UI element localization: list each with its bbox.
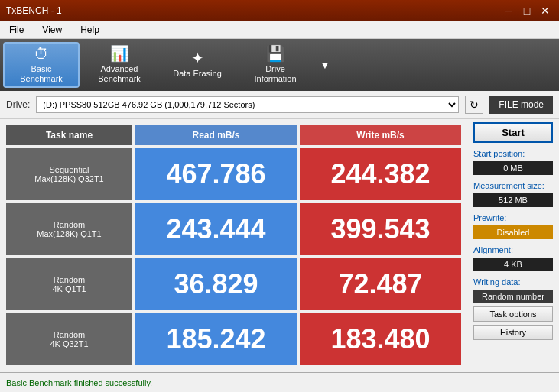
alignment-label: Alignment: [473, 245, 553, 254]
prewrite-label: Prewrite: [473, 213, 553, 222]
row-2-label: Random4K Q1T1 [6, 258, 132, 310]
toolbar-dropdown[interactable]: ▼ [315, 59, 335, 71]
status-text: Basic Benchmark finished successfully. [6, 378, 152, 387]
benchmark-table: Task name Read mB/s Write mB/s Sequentia… [0, 119, 467, 372]
row-1-label: RandomMax(128K) Q1T1 [6, 203, 132, 255]
table-row: Random4K Q32T1 185.242 183.480 [6, 313, 461, 365]
row-0-read: 467.786 [135, 148, 297, 200]
measure-size-value: 512 MB [473, 193, 553, 207]
minimize-button[interactable]: ─ [501, 3, 516, 18]
row-0-write: 244.382 [300, 148, 461, 200]
toolbar: ⏱ BasicBenchmark 📊 AdvancedBenchmark ✦ D… [0, 39, 559, 91]
app-title: TxBENCH - 1 [6, 5, 62, 16]
basic-benchmark-icon: ⏱ [34, 46, 49, 61]
bench-header-row: Task name Read mB/s Write mB/s [6, 125, 461, 145]
col-task-name: Task name [6, 125, 132, 145]
toolbar-drive-information[interactable]: 💾 DriveInformation [237, 42, 314, 88]
window-controls: ─ □ ✕ [501, 3, 553, 18]
writing-data-label: Writing data: [473, 277, 553, 287]
row-1-write: 399.543 [300, 203, 461, 255]
history-button[interactable]: History [473, 325, 553, 340]
menu-bar: File View Help [0, 21, 559, 39]
data-erasing-icon: ✦ [191, 50, 204, 66]
row-1-read: 243.444 [135, 203, 297, 255]
row-3-write: 183.480 [300, 313, 461, 365]
row-2-write: 72.487 [300, 258, 461, 310]
drive-refresh-button[interactable]: ↻ [465, 96, 483, 114]
col-write: Write mB/s [300, 125, 461, 145]
task-options-button[interactable]: Task options [473, 306, 553, 322]
close-button[interactable]: ✕ [538, 3, 553, 18]
row-3-label: Random4K Q32T1 [6, 313, 132, 365]
status-bar: Basic Benchmark finished successfully. [0, 372, 559, 392]
row-2-read: 36.829 [135, 258, 297, 310]
prewrite-value: Disabled [473, 225, 553, 239]
col-read: Read mB/s [135, 125, 297, 145]
right-panel: Start Start position: 0 MB Measurement s… [467, 119, 559, 372]
drive-select[interactable]: (D:) PPSS80 512GB 476.92 GB (1,000,179,7… [36, 96, 459, 113]
alignment-value: 4 KB [473, 258, 553, 271]
menu-file[interactable]: File [3, 23, 30, 37]
title-bar: TxBENCH - 1 ─ □ ✕ [0, 0, 559, 21]
advanced-benchmark-label: AdvancedBenchmark [98, 64, 141, 84]
toolbar-advanced-benchmark[interactable]: 📊 AdvancedBenchmark [81, 42, 158, 88]
menu-help[interactable]: Help [74, 23, 106, 37]
start-button[interactable]: Start [473, 122, 553, 143]
data-erasing-label: Data Erasing [173, 69, 222, 79]
drive-label: Drive: [6, 99, 30, 110]
toolbar-basic-benchmark[interactable]: ⏱ BasicBenchmark [3, 42, 80, 88]
row-0-label: SequentialMax(128K) Q32T1 [6, 148, 132, 200]
writing-data-value[interactable]: Random number [473, 290, 553, 303]
file-mode-button[interactable]: FILE mode [489, 96, 553, 114]
menu-view[interactable]: View [36, 23, 68, 37]
row-3-read: 185.242 [135, 313, 297, 365]
table-row: RandomMax(128K) Q1T1 243.444 399.543 [6, 203, 461, 255]
toolbar-data-erasing[interactable]: ✦ Data Erasing [159, 42, 236, 88]
start-pos-label: Start position: [473, 149, 553, 158]
drive-bar: Drive: (D:) PPSS80 512GB 476.92 GB (1,00… [0, 91, 559, 119]
drive-information-icon: 💾 [266, 46, 285, 61]
drive-information-label: DriveInformation [254, 64, 296, 84]
measure-size-label: Measurement size: [473, 181, 553, 190]
table-row: SequentialMax(128K) Q32T1 467.786 244.38… [6, 148, 461, 200]
advanced-benchmark-icon: 📊 [110, 46, 129, 61]
maximize-button[interactable]: □ [519, 3, 535, 18]
main-content: Task name Read mB/s Write mB/s Sequentia… [0, 119, 559, 372]
basic-benchmark-label: BasicBenchmark [20, 64, 63, 84]
table-row: Random4K Q1T1 36.829 72.487 [6, 258, 461, 310]
start-pos-value: 0 MB [473, 161, 553, 175]
